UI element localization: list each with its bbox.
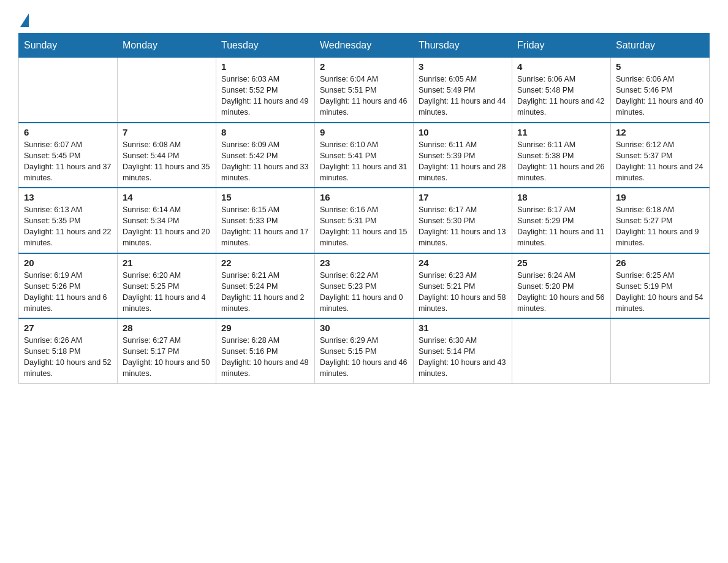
calendar-cell: 28Sunrise: 6:27 AMSunset: 5:17 PMDayligh… — [118, 318, 216, 383]
day-info: Sunrise: 6:27 AMSunset: 5:17 PMDaylight:… — [123, 335, 211, 380]
day-info: Sunrise: 6:19 AMSunset: 5:26 PMDaylight:… — [24, 270, 112, 315]
day-number: 7 — [123, 127, 211, 137]
day-info: Sunrise: 6:29 AMSunset: 5:15 PMDaylight:… — [320, 335, 408, 380]
calendar-cell: 24Sunrise: 6:23 AMSunset: 5:21 PMDayligh… — [414, 253, 512, 319]
day-number: 4 — [517, 61, 605, 72]
day-info: Sunrise: 6:18 AMSunset: 5:27 PMDaylight:… — [616, 204, 704, 249]
day-number: 9 — [320, 127, 408, 137]
day-info: Sunrise: 6:25 AMSunset: 5:19 PMDaylight:… — [616, 270, 704, 315]
day-number: 2 — [320, 61, 408, 72]
calendar-cell: 6Sunrise: 6:07 AMSunset: 5:45 PMDaylight… — [19, 123, 118, 188]
calendar-cell: 4Sunrise: 6:06 AMSunset: 5:48 PMDaylight… — [512, 58, 611, 123]
week-row-5: 27Sunrise: 6:26 AMSunset: 5:18 PMDayligh… — [19, 318, 710, 383]
calendar-cell: 13Sunrise: 6:13 AMSunset: 5:35 PMDayligh… — [19, 188, 118, 253]
calendar-cell: 5Sunrise: 6:06 AMSunset: 5:46 PMDaylight… — [611, 58, 710, 123]
calendar-cell: 18Sunrise: 6:17 AMSunset: 5:29 PMDayligh… — [512, 188, 611, 253]
day-info: Sunrise: 6:06 AMSunset: 5:46 PMDaylight:… — [616, 74, 704, 118]
logo — [18, 12, 31, 27]
calendar-table: SundayMondayTuesdayWednesdayThursdayFrid… — [18, 33, 710, 384]
day-info: Sunrise: 6:12 AMSunset: 5:37 PMDaylight:… — [616, 139, 704, 184]
day-number: 6 — [24, 127, 112, 137]
calendar-cell: 14Sunrise: 6:14 AMSunset: 5:34 PMDayligh… — [118, 188, 216, 253]
calendar-cell: 27Sunrise: 6:26 AMSunset: 5:18 PMDayligh… — [19, 318, 118, 383]
week-row-2: 6Sunrise: 6:07 AMSunset: 5:45 PMDaylight… — [19, 123, 710, 188]
calendar-cell: 26Sunrise: 6:25 AMSunset: 5:19 PMDayligh… — [611, 253, 710, 319]
page-header — [18, 12, 710, 27]
day-number: 23 — [320, 258, 408, 268]
calendar-cell — [19, 58, 118, 123]
calendar-cell: 22Sunrise: 6:21 AMSunset: 5:24 PMDayligh… — [216, 253, 315, 319]
day-header-friday: Friday — [512, 34, 611, 58]
day-info: Sunrise: 6:26 AMSunset: 5:18 PMDaylight:… — [24, 335, 112, 380]
day-number: 25 — [517, 258, 605, 268]
day-number: 15 — [221, 192, 309, 202]
day-info: Sunrise: 6:17 AMSunset: 5:29 PMDaylight:… — [517, 204, 605, 249]
day-header-tuesday: Tuesday — [216, 34, 315, 58]
calendar-cell: 16Sunrise: 6:16 AMSunset: 5:31 PMDayligh… — [315, 188, 414, 253]
day-number: 30 — [320, 323, 408, 333]
week-row-3: 13Sunrise: 6:13 AMSunset: 5:35 PMDayligh… — [19, 188, 710, 253]
calendar-cell: 2Sunrise: 6:04 AMSunset: 5:51 PMDaylight… — [315, 58, 414, 123]
day-number: 18 — [517, 192, 605, 202]
day-info: Sunrise: 6:05 AMSunset: 5:49 PMDaylight:… — [419, 74, 507, 118]
day-info: Sunrise: 6:24 AMSunset: 5:20 PMDaylight:… — [517, 270, 605, 315]
day-info: Sunrise: 6:30 AMSunset: 5:14 PMDaylight:… — [419, 335, 507, 380]
calendar-cell: 25Sunrise: 6:24 AMSunset: 5:20 PMDayligh… — [512, 253, 611, 319]
calendar-cell: 11Sunrise: 6:11 AMSunset: 5:38 PMDayligh… — [512, 123, 611, 188]
day-number: 24 — [419, 258, 507, 268]
day-header-sunday: Sunday — [19, 34, 118, 58]
day-info: Sunrise: 6:28 AMSunset: 5:16 PMDaylight:… — [221, 335, 309, 380]
day-info: Sunrise: 6:06 AMSunset: 5:48 PMDaylight:… — [517, 74, 605, 118]
day-number: 28 — [123, 323, 211, 333]
day-info: Sunrise: 6:07 AMSunset: 5:45 PMDaylight:… — [24, 139, 112, 184]
day-info: Sunrise: 6:04 AMSunset: 5:51 PMDaylight:… — [320, 74, 408, 118]
days-of-week-row: SundayMondayTuesdayWednesdayThursdayFrid… — [19, 34, 710, 58]
calendar-cell: 7Sunrise: 6:08 AMSunset: 5:44 PMDaylight… — [118, 123, 216, 188]
calendar-cell: 17Sunrise: 6:17 AMSunset: 5:30 PMDayligh… — [414, 188, 512, 253]
day-info: Sunrise: 6:11 AMSunset: 5:39 PMDaylight:… — [419, 139, 507, 184]
day-number: 31 — [419, 323, 507, 333]
day-header-monday: Monday — [118, 34, 216, 58]
day-number: 8 — [221, 127, 309, 137]
day-info: Sunrise: 6:20 AMSunset: 5:25 PMDaylight:… — [123, 270, 211, 315]
day-info: Sunrise: 6:13 AMSunset: 5:35 PMDaylight:… — [24, 204, 112, 249]
day-info: Sunrise: 6:16 AMSunset: 5:31 PMDaylight:… — [320, 204, 408, 249]
week-row-4: 20Sunrise: 6:19 AMSunset: 5:26 PMDayligh… — [19, 253, 710, 319]
calendar-cell: 29Sunrise: 6:28 AMSunset: 5:16 PMDayligh… — [216, 318, 315, 383]
calendar-cell: 1Sunrise: 6:03 AMSunset: 5:52 PMDaylight… — [216, 58, 315, 123]
calendar-cell — [512, 318, 611, 383]
logo-triangle-icon — [20, 13, 29, 27]
calendar-cell: 30Sunrise: 6:29 AMSunset: 5:15 PMDayligh… — [315, 318, 414, 383]
calendar-cell: 10Sunrise: 6:11 AMSunset: 5:39 PMDayligh… — [414, 123, 512, 188]
day-number: 3 — [419, 61, 507, 72]
day-info: Sunrise: 6:23 AMSunset: 5:21 PMDaylight:… — [419, 270, 507, 315]
day-number: 5 — [616, 61, 704, 72]
day-info: Sunrise: 6:10 AMSunset: 5:41 PMDaylight:… — [320, 139, 408, 184]
day-header-wednesday: Wednesday — [315, 34, 414, 58]
day-info: Sunrise: 6:14 AMSunset: 5:34 PMDaylight:… — [123, 204, 211, 249]
week-row-1: 1Sunrise: 6:03 AMSunset: 5:52 PMDaylight… — [19, 58, 710, 123]
day-number: 17 — [419, 192, 507, 202]
calendar-cell: 23Sunrise: 6:22 AMSunset: 5:23 PMDayligh… — [315, 253, 414, 319]
day-number: 29 — [221, 323, 309, 333]
day-number: 20 — [24, 258, 112, 268]
day-number: 26 — [616, 258, 704, 268]
day-info: Sunrise: 6:21 AMSunset: 5:24 PMDaylight:… — [221, 270, 309, 315]
day-info: Sunrise: 6:11 AMSunset: 5:38 PMDaylight:… — [517, 139, 605, 184]
calendar-cell: 19Sunrise: 6:18 AMSunset: 5:27 PMDayligh… — [611, 188, 710, 253]
day-number: 14 — [123, 192, 211, 202]
calendar-cell: 8Sunrise: 6:09 AMSunset: 5:42 PMDaylight… — [216, 123, 315, 188]
calendar-cell — [118, 58, 216, 123]
day-info: Sunrise: 6:08 AMSunset: 5:44 PMDaylight:… — [123, 139, 211, 184]
day-info: Sunrise: 6:22 AMSunset: 5:23 PMDaylight:… — [320, 270, 408, 315]
day-number: 12 — [616, 127, 704, 137]
calendar-cell: 12Sunrise: 6:12 AMSunset: 5:37 PMDayligh… — [611, 123, 710, 188]
day-number: 27 — [24, 323, 112, 333]
day-number: 13 — [24, 192, 112, 202]
calendar-cell: 15Sunrise: 6:15 AMSunset: 5:33 PMDayligh… — [216, 188, 315, 253]
calendar-cell — [611, 318, 710, 383]
calendar-cell: 3Sunrise: 6:05 AMSunset: 5:49 PMDaylight… — [414, 58, 512, 123]
calendar-cell: 20Sunrise: 6:19 AMSunset: 5:26 PMDayligh… — [19, 253, 118, 319]
day-info: Sunrise: 6:03 AMSunset: 5:52 PMDaylight:… — [221, 74, 309, 118]
day-number: 11 — [517, 127, 605, 137]
